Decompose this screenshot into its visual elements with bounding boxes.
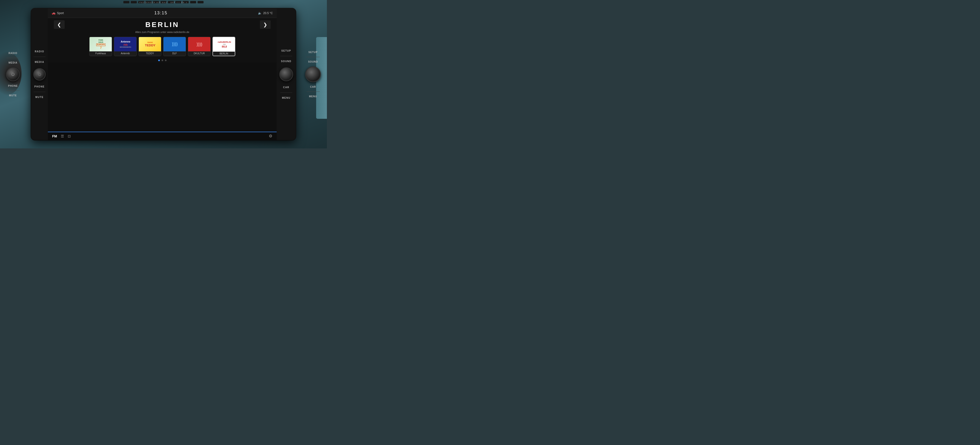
antenne-label: Antennb <box>114 51 137 55</box>
volume-knob[interactable] <box>305 67 321 82</box>
right-physical-controls: SETUP SOUND CAR MENU <box>305 51 321 98</box>
vent-fin <box>190 1 196 3</box>
airbag-label: PASSENGER AIR BAG OFF ✕✕ ON ⊗ <box>139 2 188 3</box>
status-bar: 🚗 Sport 13:15 🔈 20.5 °C <box>48 8 277 18</box>
station-card-dkultur[interactable]: )))) DKULTUR <box>188 37 211 56</box>
strip-divider <box>280 92 292 93</box>
toolbar-left: FM ☰ ⊡ <box>52 134 71 138</box>
left-button-strip: RADIO MEDIA ⏻ PHONE MUTE <box>31 8 48 140</box>
infotainment-panel: RADIO MEDIA ⏻ PHONE MUTE 🚗 Sport 13:15 � <box>31 8 296 140</box>
settings-icon: ⚙ <box>269 134 272 138</box>
settings-button[interactable]: ⚙ <box>269 134 272 139</box>
power-icon: ⏻ <box>38 72 41 76</box>
funkhaus-number: 7 <box>100 46 102 49</box>
dot-2 <box>162 60 163 61</box>
vent-fin <box>124 1 129 3</box>
prev-station-button[interactable]: ❮ <box>54 20 65 29</box>
power-knob-strip[interactable]: ⏻ <box>33 68 46 81</box>
antenne-rbb: rbb <box>124 43 128 46</box>
berlin-logo-text: radioBERLIN <box>218 41 231 43</box>
car-interior: PASSENGER AIR BAG OFF ✕✕ ON ⊗ RADIO MEDI… <box>0 0 327 149</box>
temperature: 20.5 °C <box>263 11 273 15</box>
right-button-strip: SETUP SOUND CAR MENU <box>277 8 296 140</box>
vent-fin <box>131 1 137 3</box>
teddy-label: TEDDY <box>139 51 161 55</box>
dkultur-logo: )))) <box>188 37 211 51</box>
scan-button[interactable]: ⊡ <box>68 134 71 138</box>
station-card-teddy[interactable]: RADIO TEDDY TEDDY <box>138 37 161 56</box>
berlin-logo: radioBERLIN rbb 88,8 <box>213 37 235 52</box>
sound-strip-button[interactable]: SOUND <box>280 59 293 63</box>
teddy-logo: RADIO TEDDY <box>139 37 161 51</box>
divider <box>6 90 20 91</box>
media-button[interactable]: MEDIA <box>8 62 17 64</box>
phone-button[interactable]: PHONE <box>8 85 18 87</box>
funkhaus-label: Funkhaus <box>89 51 112 55</box>
clock: 13:15 <box>154 11 167 16</box>
car-button[interactable]: CAR <box>310 86 316 88</box>
berlin-frequency: 88,8 <box>222 45 227 48</box>
bottom-toolbar: FM ☰ ⊡ ⚙ <box>48 132 277 140</box>
radio-strip-button[interactable]: RADIO <box>33 49 46 54</box>
station-navigation: ❮ BERLIN ❯ <box>48 18 277 30</box>
menu-button[interactable]: MENU <box>309 95 317 98</box>
band-selector[interactable]: FM <box>52 134 57 138</box>
dot-3 <box>165 60 167 61</box>
sound-button[interactable]: SOUND <box>308 60 318 63</box>
radio-button[interactable]: RADIO <box>8 52 17 54</box>
status-left: 🚗 Sport <box>52 11 64 15</box>
funkhaus-logo-text3: EUROPA <box>96 43 106 46</box>
media-strip-button[interactable]: MEDIA <box>33 60 46 64</box>
dkultur-label: DKULTUR <box>188 51 210 55</box>
funkhaus-logo-text: FUNK <box>99 39 103 41</box>
dlf-label: DLF <box>164 51 186 55</box>
power-icon: ⏻ <box>11 72 15 76</box>
dlf-logo: )))) <box>164 37 186 51</box>
list-view-button[interactable]: ☰ <box>61 134 64 138</box>
menu-strip-button[interactable]: MENU <box>280 96 292 100</box>
strip-divider <box>33 92 46 92</box>
next-station-button[interactable]: ❯ <box>260 20 270 29</box>
current-station-name: BERLIN <box>145 21 179 29</box>
drive-mode: Sport <box>57 11 64 15</box>
station-card-dlf[interactable]: )))) DLF <box>163 37 186 56</box>
volume-knob-strip[interactable] <box>279 67 293 81</box>
antenne-logo: Antenne rbb BRANDENBURG <box>114 37 137 51</box>
dlf-signal-icon: )))) <box>172 41 178 47</box>
dot-1 <box>158 60 160 61</box>
mute-strip-button[interactable]: MUTE <box>34 95 45 100</box>
left-physical-controls: RADIO MEDIA ⏻ PHONE MUTE <box>6 52 20 97</box>
station-card-antenne[interactable]: Antenne rbb BRANDENBURG Antennb <box>114 37 137 56</box>
mute-button[interactable]: MUTE <box>9 94 17 97</box>
antenne-sub: BRANDENBURG <box>120 46 131 48</box>
station-grid: FUNK HAUS EUROPA 7 Funkhaus Antenne rbb … <box>48 36 277 58</box>
dkultur-signal-icon: )))) <box>197 42 202 47</box>
funkhaus-logo-text2: HAUS <box>99 41 103 43</box>
station-card-funkhaus[interactable]: FUNK HAUS EUROPA 7 Funkhaus <box>89 37 112 56</box>
power-knob[interactable]: ⏻ <box>6 67 20 81</box>
station-subtitle: Alles zum Programm unter www.radioberlin… <box>48 30 277 36</box>
setup-strip-button[interactable]: SETUP <box>280 49 293 53</box>
antenne-logo-text: Antenne <box>121 40 130 43</box>
screen: 🚗 Sport 13:15 🔈 20.5 °C ❮ BERLIN ❯ Alles… <box>48 8 277 140</box>
setup-button[interactable]: SETUP <box>309 51 318 54</box>
car-drive-icon: 🚗 <box>52 11 56 15</box>
car-strip-button[interactable]: CAR <box>282 85 291 90</box>
phone-strip-button[interactable]: PHONE <box>33 84 46 89</box>
divider <box>6 58 20 58</box>
strip-divider <box>33 57 46 57</box>
funkhaus-logo: FUNK HAUS EUROPA 7 <box>89 37 112 51</box>
status-right: 🔈 20.5 °C <box>258 11 273 15</box>
pagination-dots <box>48 58 277 63</box>
station-card-berlin[interactable]: radioBERLIN rbb 88,8 BERLIN <box>213 37 235 56</box>
teddy-logo-text: TEDDY <box>145 44 155 47</box>
volume-icon: 🔈 <box>258 11 262 15</box>
vent-fin <box>198 1 204 3</box>
berlin-label: BERLIN <box>213 52 235 56</box>
strip-divider <box>280 56 292 56</box>
